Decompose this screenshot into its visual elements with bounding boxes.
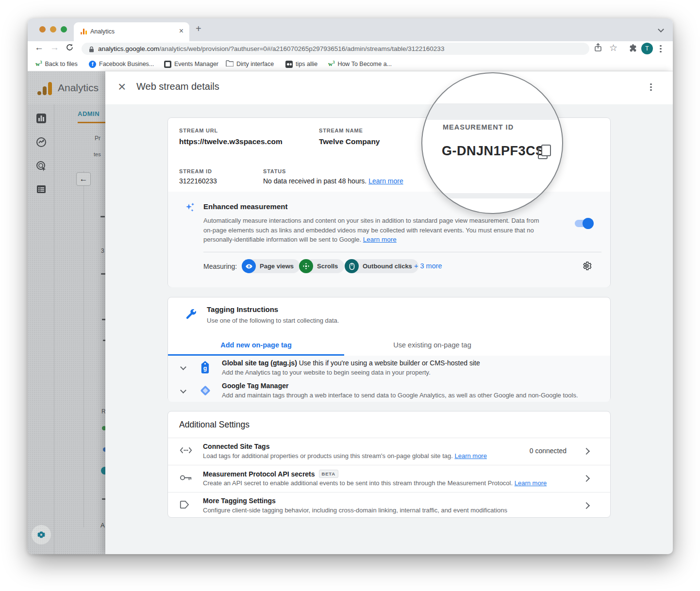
browser-menu-kebab-icon[interactable]: [660, 44, 662, 54]
tab-add-new-on-page-tag[interactable]: Add new on-page tag: [168, 341, 344, 349]
tab-use-existing-on-page-tag[interactable]: Use existing on-page tag: [344, 341, 520, 349]
tag-outline-icon: [180, 500, 190, 512]
enhanced-measurement-section: Enhanced measurement Automatically measu…: [168, 192, 610, 287]
mouse-icon: [345, 259, 359, 273]
chevron-right-icon[interactable]: [583, 475, 590, 482]
tips-allie-icon: [285, 61, 293, 68]
url-text: analytics.google.com/analytics/web/provi…: [98, 45, 579, 52]
chip-page-views[interactable]: Page views: [242, 259, 300, 273]
more-tagging-settings-row[interactable]: More Tagging Settings Configure client-s…: [168, 492, 610, 518]
stream-id-label: STREAM ID: [179, 168, 212, 174]
url-path: /analytics/web/provision/?authuser=0#/a2…: [159, 45, 444, 52]
profile-avatar[interactable]: T: [641, 43, 653, 54]
connected-site-tags-icon: [180, 446, 192, 457]
share-icon[interactable]: [594, 43, 602, 54]
events-manager-icon: [164, 61, 171, 68]
bookmark-star-icon[interactable]: ☆: [609, 42, 617, 53]
connected-learn-more-link[interactable]: Learn more: [454, 452, 486, 460]
bookmark-how-to-become[interactable]: w3How To Become a...: [328, 59, 392, 69]
new-tab-button[interactable]: +: [196, 23, 201, 34]
bookmark-facebook-business[interactable]: fFacebook Busines...: [89, 59, 154, 69]
bookmarks-bar: w3Back to files fFacebook Busines... Eve…: [28, 56, 673, 71]
browser-toolbar: ← → analytics.google.com/analytics/web/p…: [28, 41, 673, 56]
analytics-favicon-icon: [81, 28, 87, 35]
protocol-learn-more-link[interactable]: Learn more: [515, 479, 547, 487]
beta-badge: BETA: [319, 470, 338, 478]
gtag-row[interactable]: g Global site tag (gtag.js) Use this if …: [168, 356, 610, 379]
copy-icon[interactable]: [538, 145, 553, 160]
scrolls-icon: [299, 259, 313, 273]
gtm-row[interactable]: Google Tag Manager Add and maintain tags…: [168, 379, 610, 402]
forward-icon: →: [50, 42, 59, 53]
status-label: STATUS: [263, 168, 286, 174]
stream-url-value: https://twelve.w3spaces.com: [179, 137, 283, 146]
browser-window: Analytics × + ← → analytics.google.com/a…: [28, 18, 673, 554]
chevron-right-icon[interactable]: [583, 448, 590, 455]
enhanced-measurement-toggle[interactable]: [575, 220, 592, 227]
tab-close-icon[interactable]: ×: [179, 27, 183, 35]
bookmark-tips-allie[interactable]: tips allie: [285, 59, 317, 69]
url-host: analytics.google.com: [98, 45, 159, 52]
wrench-icon: [184, 308, 197, 323]
w3schools-icon: w3: [35, 60, 42, 68]
more-tagging-settings-description: Configure client-side tagging behavior, …: [203, 507, 507, 514]
connected-site-tags-title: Connected Site Tags: [203, 443, 269, 450]
more-tagging-settings-title: More Tagging Settings: [203, 497, 276, 505]
address-bar[interactable]: analytics.google.com/analytics/web/provi…: [82, 43, 589, 55]
panel-header: × Web stream details: [105, 71, 673, 104]
measurement-protocol-row[interactable]: Measurement Protocol API secretsBETA Cre…: [168, 465, 610, 492]
chevron-right-icon[interactable]: [583, 502, 590, 509]
folder-icon: [226, 60, 233, 68]
back-icon[interactable]: ←: [34, 42, 44, 53]
facebook-icon: f: [89, 61, 96, 68]
enhanced-measurement-description: Automatically measure interactions and c…: [203, 216, 549, 245]
bookmark-back-to-files[interactable]: w3Back to files: [35, 59, 78, 69]
gtag-icon: g: [200, 361, 210, 376]
additional-settings-title: Additional Settings: [179, 420, 250, 430]
enhanced-settings-gear-icon[interactable]: [582, 261, 592, 273]
bookmark-events-manager[interactable]: Events Manager: [164, 59, 218, 69]
tagging-instructions-title: Tagging Instructions: [207, 305, 278, 313]
panel-title: Web stream details: [136, 81, 219, 92]
web-stream-details-panel: × Web stream details STREAM URL https://…: [105, 71, 673, 554]
google-tag-manager-icon: [199, 384, 212, 399]
divider: [203, 252, 601, 252]
extensions-puzzle-icon[interactable]: [629, 44, 637, 55]
more-chips-link[interactable]: + 3 more: [414, 262, 442, 270]
panel-menu-kebab-icon[interactable]: [650, 82, 652, 92]
gtm-row-title: Google Tag Manager: [222, 382, 288, 390]
enhanced-learn-more-link[interactable]: Learn more: [363, 236, 397, 243]
chevron-down-icon[interactable]: [180, 364, 186, 370]
screenshot-stage: Analytics × + ← → analytics.google.com/a…: [0, 0, 700, 591]
stream-name-label: STREAM NAME: [319, 128, 363, 133]
chip-outbound-clicks[interactable]: Outbound clicks: [345, 259, 418, 273]
toggle-knob: [583, 218, 594, 229]
svg-text:g: g: [203, 365, 207, 372]
traffic-light-zoom[interactable]: [61, 26, 67, 33]
status-learn-more-link[interactable]: Learn more: [368, 177, 403, 185]
gtag-row-description: Add the Analytics tag to your website to…: [222, 369, 431, 376]
tagging-instructions-subtitle: Use one of the following to start collec…: [207, 317, 339, 324]
chevron-down-icon[interactable]: [180, 387, 186, 394]
tagging-options-list: g Global site tag (gtag.js) Use this if …: [168, 356, 610, 402]
connected-site-tags-row[interactable]: Connected Site Tags Load tags for additi…: [168, 438, 610, 465]
chevron-down-icon[interactable]: [658, 26, 664, 33]
stream-url-label: STREAM URL: [179, 128, 218, 133]
traffic-light-minimize[interactable]: [50, 26, 56, 33]
traffic-light-close[interactable]: [39, 26, 46, 33]
browser-tab-analytics[interactable]: Analytics ×: [74, 22, 189, 41]
tab-title: Analytics: [90, 28, 115, 35]
bookmark-dirty-interface[interactable]: Dirty interface: [226, 59, 274, 69]
connected-site-tags-description: Load tags for additional properties or p…: [203, 452, 487, 460]
connected-count: 0 connected: [530, 447, 567, 455]
reload-icon[interactable]: [66, 43, 74, 54]
additional-settings-card: Additional Settings Connected Site Tags …: [167, 411, 611, 518]
magnified-background-band: [422, 103, 562, 120]
status-value: No data received in past 48 hours. Learn…: [263, 177, 403, 185]
tagging-instructions-card: Tagging Instructions Use one of the foll…: [167, 297, 611, 401]
chip-scrolls[interactable]: Scrolls: [299, 259, 344, 273]
close-icon[interactable]: ×: [118, 79, 126, 95]
measurement-id-label: MEASUREMENT ID: [443, 123, 514, 131]
eye-icon: [242, 259, 256, 273]
analytics-app-background: Analytics ADMIN ← Pr tes 3 R A: [28, 71, 673, 554]
